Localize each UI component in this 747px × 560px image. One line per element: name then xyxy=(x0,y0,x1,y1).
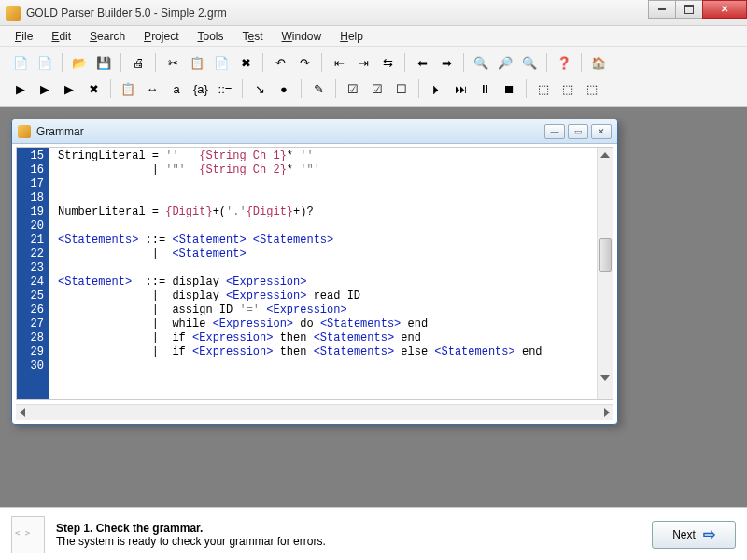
toolbar-button[interactable]: ▶ xyxy=(34,77,56,100)
toolbars: 📄📄📂💾🖨✂📋📄✖↶↷⇤⇥⇆⬅➡🔍🔎🔍❓🏠 ▶▶▶✖📋↔a{a}::=↘●✎☑☑… xyxy=(0,47,747,107)
app-icon xyxy=(6,6,21,21)
toolbar-button[interactable]: ● xyxy=(273,77,295,100)
next-button[interactable]: Next ⇨ xyxy=(652,521,736,549)
mdi-area: Grammar — ▭ ✕ 15161718192021222324252627… xyxy=(0,107,747,507)
toolbar-button[interactable]: ✖ xyxy=(234,51,257,74)
menu-search[interactable]: Search xyxy=(82,28,133,45)
toolbar-button[interactable]: ✖ xyxy=(82,77,105,100)
menu-window[interactable]: Window xyxy=(275,28,330,45)
next-label: Next xyxy=(672,528,696,541)
toolbar-button[interactable]: ↘ xyxy=(248,77,271,100)
toolbar-row-1: 📄📄📂💾🖨✂📋📄✖↶↷⇤⇥⇆⬅➡🔍🔎🔍❓🏠 xyxy=(9,49,738,76)
editor[interactable]: 15161718192021222324252627282930 StringL… xyxy=(16,147,613,400)
toolbar-button[interactable]: ▶ xyxy=(58,77,80,100)
toolbar-button[interactable]: 💾 xyxy=(92,51,115,74)
horizontal-scrollbar[interactable] xyxy=(16,404,613,420)
toolbar-button[interactable]: 📂 xyxy=(68,51,91,74)
step-desc: The system is ready to check your gramma… xyxy=(56,535,641,548)
menu-help[interactable]: Help xyxy=(332,28,371,45)
toolbar-button[interactable]: ✎ xyxy=(307,77,330,100)
toolbar-button[interactable]: ⏸ xyxy=(473,77,496,100)
toolbar-button[interactable]: ::= xyxy=(214,77,236,100)
grammar-titlebar[interactable]: Grammar — ▭ ✕ xyxy=(12,119,617,144)
grammar-title: Grammar xyxy=(36,125,544,138)
toolbar-button[interactable]: ☑ xyxy=(366,77,388,100)
toolbar-button[interactable]: ➡ xyxy=(435,51,458,74)
toolbar-button[interactable]: 🔎 xyxy=(494,51,516,74)
window-controls xyxy=(649,0,747,19)
toolbar-button[interactable]: 🔍 xyxy=(518,51,541,74)
step-text: Step 1. Check the grammar. The system is… xyxy=(56,522,641,548)
line-gutter: 15161718192021222324252627282930 xyxy=(17,148,49,399)
menu-file[interactable]: File xyxy=(7,28,40,45)
toolbar-button[interactable]: ⬚ xyxy=(532,77,555,100)
vertical-scrollbar[interactable] xyxy=(597,148,613,399)
toolbar-button[interactable]: ⬚ xyxy=(557,77,579,100)
menu-project[interactable]: Project xyxy=(136,28,186,45)
toolbar-button[interactable]: 📄 xyxy=(34,51,56,74)
close-button[interactable] xyxy=(702,0,747,19)
toolbar-button[interactable]: ⇥ xyxy=(352,51,374,74)
toolbar-row-2: ▶▶▶✖📋↔a{a}::=↘●✎☑☑☐⏵⏭⏸⏹⬚⬚⬚ xyxy=(9,76,738,102)
toolbar-button[interactable]: ↔ xyxy=(141,77,163,100)
toolbar-button[interactable]: ⏭ xyxy=(449,77,472,100)
scrollbar-thumb[interactable] xyxy=(599,238,612,272)
toolbar-button[interactable]: ↷ xyxy=(293,51,316,74)
toolbar-button[interactable]: ↶ xyxy=(269,51,291,74)
toolbar-button[interactable]: 🖨 xyxy=(127,51,149,74)
menu-test[interactable]: Test xyxy=(234,28,270,45)
grammar-window: Grammar — ▭ ✕ 15161718192021222324252627… xyxy=(11,119,618,425)
maximize-button[interactable] xyxy=(675,0,703,19)
toolbar-button[interactable]: 📄 xyxy=(9,51,32,74)
menubar: File Edit Search Project Tools Test Wind… xyxy=(0,26,747,47)
toolbar-button[interactable]: 📋 xyxy=(186,51,208,74)
toolbar-button[interactable]: ☐ xyxy=(390,77,413,100)
minimize-button[interactable] xyxy=(648,0,676,19)
menu-edit[interactable]: Edit xyxy=(44,28,78,45)
toolbar-button[interactable]: ⬚ xyxy=(581,77,603,100)
arrow-right-icon: ⇨ xyxy=(703,525,715,543)
child-maximize-button[interactable]: ▭ xyxy=(568,124,588,139)
menu-tools[interactable]: Tools xyxy=(190,28,231,45)
step-title: Step 1. Check the grammar. xyxy=(56,522,641,535)
toolbar-button[interactable]: ⇆ xyxy=(376,51,399,74)
grammar-icon xyxy=(18,125,31,138)
toolbar-button[interactable]: ✂ xyxy=(162,51,184,74)
toolbar-button[interactable]: 📄 xyxy=(210,51,233,74)
toolbar-button[interactable]: a xyxy=(165,77,188,100)
window-title: GOLD Parser Builder 5.0 - Simple 2.grm xyxy=(26,7,649,20)
toolbar-button[interactable]: ❓ xyxy=(553,51,575,74)
code-area[interactable]: StringLiteral = '' {String Ch 1}* '' | '… xyxy=(49,148,597,399)
toolbar-button[interactable]: ⇤ xyxy=(328,51,350,74)
toolbar-button[interactable]: {a} xyxy=(190,77,212,100)
child-close-button[interactable]: ✕ xyxy=(591,124,612,139)
titlebar: GOLD Parser Builder 5.0 - Simple 2.grm xyxy=(0,0,747,26)
toolbar-button[interactable]: 📋 xyxy=(117,77,139,100)
toolbar-button[interactable]: ⬅ xyxy=(411,51,433,74)
toolbar-button[interactable]: ⏹ xyxy=(498,77,520,100)
child-minimize-button[interactable]: — xyxy=(544,124,565,139)
step-panel: Step 1. Check the grammar. The system is… xyxy=(0,507,747,560)
toolbar-button[interactable]: ⏵ xyxy=(425,77,447,100)
toolbar-button[interactable]: ☑ xyxy=(342,77,364,100)
toolbar-button[interactable]: ▶ xyxy=(9,77,32,100)
toolbar-button[interactable]: 🏠 xyxy=(587,51,610,74)
step-icon xyxy=(11,516,45,553)
toolbar-button[interactable]: 🔍 xyxy=(470,51,492,74)
